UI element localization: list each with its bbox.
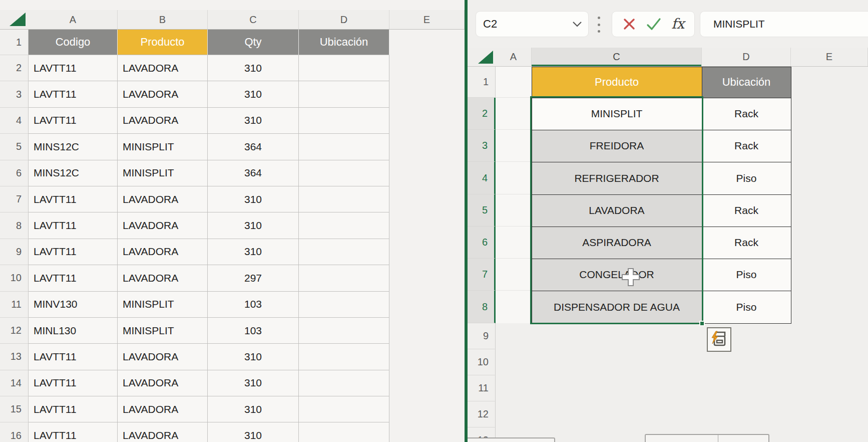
left-cell-e[interactable] (389, 134, 465, 160)
left-row-header[interactable]: 1 (0, 30, 29, 55)
right-row-header[interactable]: 10 (468, 349, 496, 375)
left-cell-ubicacion[interactable] (299, 160, 389, 186)
right-column-header-c[interactable]: C (532, 48, 702, 66)
left-cell-codigo[interactable]: LAVTT11 (29, 344, 118, 370)
left-cell-qty[interactable]: 310 (208, 212, 299, 239)
right-column-a-cells[interactable] (496, 67, 532, 323)
left-row-header[interactable]: 3 (0, 81, 29, 107)
left-cell-producto[interactable]: LAVADORA (118, 186, 208, 212)
left-column-header-c[interactable]: C (208, 10, 299, 29)
left-cell-qty[interactable]: 310 (208, 108, 299, 134)
left-cell-ubicacion[interactable] (299, 108, 389, 134)
left-column-header-d[interactable]: D (299, 10, 389, 29)
left-cell-codigo[interactable]: LAVTT11 (29, 396, 118, 422)
left-row-header[interactable]: 4 (0, 108, 29, 134)
left-cell-e[interactable] (389, 344, 465, 370)
left-cell-codigo[interactable]: LAVTT11 (29, 212, 118, 239)
left-cell-e[interactable] (389, 81, 465, 107)
left-cell-producto[interactable]: LAVADORA (118, 55, 208, 81)
left-row-header[interactable]: 15 (0, 396, 29, 422)
right-header-producto[interactable]: Producto (532, 67, 702, 98)
left-cell-qty[interactable]: 310 (208, 81, 299, 107)
left-cell-ubicacion[interactable] (299, 134, 389, 160)
left-cell-producto[interactable]: MINISPLIT (118, 292, 208, 318)
left-cell-ubicacion[interactable] (299, 81, 389, 107)
left-row-header[interactable]: 10 (0, 265, 29, 291)
left-cell-producto[interactable]: LAVADORA (118, 370, 208, 396)
left-column-header-b[interactable]: B (118, 10, 208, 29)
chevron-down-icon[interactable] (572, 21, 582, 27)
left-cell-producto[interactable]: LAVADORA (118, 239, 208, 265)
formula-bar[interactable]: MINISPLIT (700, 11, 868, 37)
left-cell-codigo[interactable]: LAVTT11 (29, 55, 118, 81)
left-cell-ubicacion[interactable] (299, 318, 389, 344)
left-cell-codigo[interactable]: MINL130 (29, 318, 118, 344)
right-cell-producto[interactable]: MINISPLIT (532, 98, 702, 130)
right-row-header[interactable]: 3 (468, 130, 496, 162)
left-row-header[interactable]: 12 (0, 318, 29, 344)
left-cell-e[interactable] (389, 212, 465, 239)
flash-fill-options-button[interactable] (707, 327, 731, 352)
left-column-header-a[interactable]: A (29, 10, 118, 29)
left-cell-ubicacion[interactable] (299, 55, 389, 81)
right-row-header[interactable]: 8 (468, 291, 496, 323)
left-cell-e[interactable] (389, 108, 465, 134)
left-cell-qty[interactable]: 310 (208, 239, 299, 265)
left-cell-producto[interactable]: LAVADORA (118, 265, 208, 291)
left-cell-e[interactable] (389, 160, 465, 186)
right-row-header[interactable]: 6 (468, 227, 496, 259)
left-cell-qty[interactable]: 297 (208, 265, 299, 291)
left-cell-e[interactable] (389, 186, 465, 212)
right-column-header-e[interactable]: E (791, 48, 868, 66)
left-row-header[interactable]: 7 (0, 186, 29, 212)
left-cell-qty[interactable]: 310 (208, 344, 299, 370)
cancel-icon[interactable] (622, 17, 636, 31)
left-cell-codigo[interactable]: LAVTT11 (29, 370, 118, 396)
right-cell-ubicacion[interactable]: Rack (702, 130, 791, 162)
left-cell-codigo[interactable]: MINS12C (29, 160, 118, 186)
right-row-header[interactable]: 12 (468, 401, 496, 427)
right-cell-producto[interactable]: FREIDORA (532, 130, 702, 162)
right-column-header-d[interactable]: D (702, 48, 791, 66)
left-cell-codigo[interactable]: MINS12C (29, 134, 118, 160)
left-cell-e[interactable] (389, 318, 465, 344)
right-cell-ubicacion[interactable]: Piso (702, 162, 791, 195)
left-cell-codigo[interactable]: MINV130 (29, 292, 118, 318)
right-cell-ubicacion[interactable]: Rack (702, 227, 791, 259)
right-row-header[interactable]: 4 (468, 162, 496, 194)
left-cell-qty[interactable]: 310 (208, 186, 299, 212)
left-row-header[interactable]: 13 (0, 344, 29, 370)
left-row-header[interactable]: 9 (0, 239, 29, 265)
right-row-header[interactable]: 9 (468, 323, 496, 349)
fill-handle[interactable] (699, 321, 705, 326)
right-cell-ubicacion[interactable]: Piso (702, 259, 791, 291)
left-cell-producto[interactable]: LAVADORA (118, 108, 208, 134)
left-cell-producto[interactable]: LAVADORA (118, 212, 208, 239)
left-cell-producto[interactable]: MINISPLIT (118, 318, 208, 344)
left-cell-e[interactable] (389, 422, 465, 442)
left-row-header[interactable]: 11 (0, 292, 29, 318)
right-cell-producto[interactable]: DISPENSADOR DE AGUA (532, 291, 702, 324)
right-cell-producto[interactable]: LAVADORA (532, 194, 702, 227)
left-header-producto[interactable]: Producto (118, 30, 208, 55)
right-row-header[interactable]: 5 (468, 194, 496, 227)
left-cell-qty[interactable]: 364 (208, 134, 299, 160)
left-cell-e[interactable] (389, 370, 465, 396)
left-cell-e[interactable] (389, 30, 465, 55)
insert-function-icon[interactable]: fx (671, 17, 684, 31)
right-select-all-corner[interactable] (468, 48, 496, 66)
left-row-header[interactable]: 2 (0, 55, 29, 81)
enter-check-icon[interactable] (646, 17, 662, 31)
right-cell-ubicacion[interactable]: Rack (702, 98, 791, 130)
right-column-header-a[interactable]: A (496, 48, 532, 66)
left-cell-producto[interactable]: MINISPLIT (118, 134, 208, 160)
left-header-qty[interactable]: Qty (208, 30, 299, 55)
left-cell-qty[interactable]: 310 (208, 396, 299, 422)
left-cell-e[interactable] (389, 396, 465, 422)
left-row-header[interactable]: 6 (0, 160, 29, 186)
left-cell-producto[interactable]: LAVADORA (118, 81, 208, 107)
left-cell-codigo[interactable]: LAVTT11 (29, 422, 118, 442)
left-cell-codigo[interactable]: LAVTT11 (29, 265, 118, 291)
left-row-header[interactable]: 14 (0, 370, 29, 396)
left-cell-producto[interactable]: MINISPLIT (118, 160, 208, 186)
